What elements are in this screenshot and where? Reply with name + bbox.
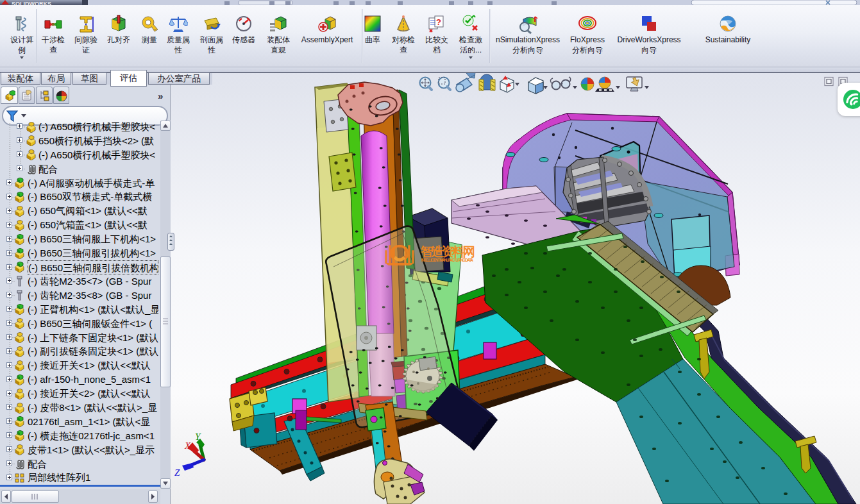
svg-text:智造资料网: 智造资料网: [420, 244, 475, 258]
svg-text:?: ?: [436, 17, 441, 27]
svg-text:Z: Z: [174, 467, 180, 478]
svg-text:X: X: [184, 441, 191, 451]
svg-text:INTELLIGENT MANUFACTURING DATA: INTELLIGENT MANUFACTURING DATA: [421, 258, 473, 262]
svg-text:SOLIDWORKS: SOLIDWORKS: [12, 1, 51, 5]
